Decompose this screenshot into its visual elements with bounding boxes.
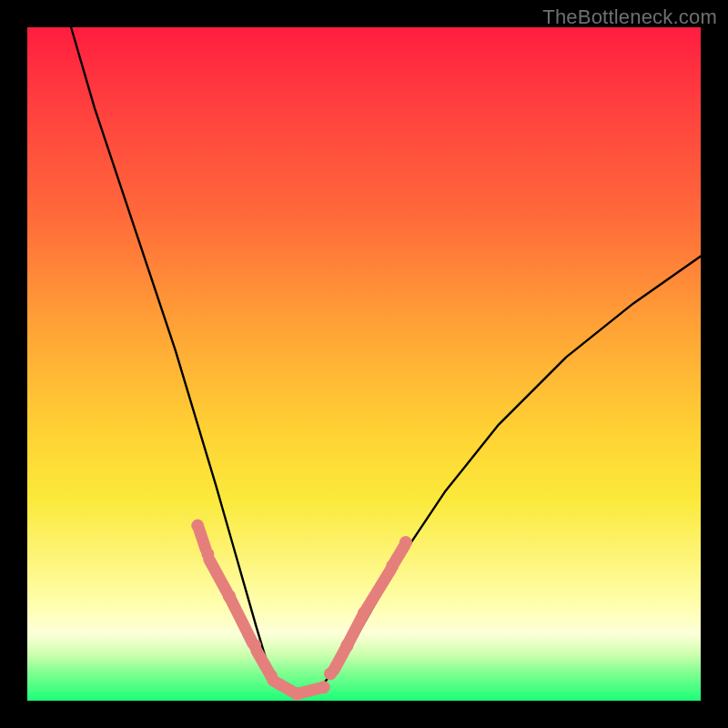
svg-point-21 (399, 536, 412, 549)
chart-svg (27, 27, 701, 701)
svg-point-19 (358, 607, 370, 620)
svg-line-8 (364, 570, 391, 613)
chart-frame: TheBottleneck.com (0, 0, 728, 728)
svg-line-9 (394, 546, 404, 563)
watermark-text: TheBottleneck.com (542, 5, 717, 29)
svg-point-14 (265, 670, 278, 682)
svg-point-18 (341, 639, 354, 652)
svg-point-17 (324, 667, 337, 680)
svg-point-10 (191, 520, 204, 532)
svg-point-15 (290, 688, 303, 701)
svg-point-11 (201, 548, 214, 561)
svg-point-12 (223, 590, 236, 602)
bottleneck-curve (71, 27, 701, 694)
highlight-dots (191, 520, 412, 701)
svg-line-0 (199, 529, 206, 549)
svg-line-3 (257, 651, 270, 674)
plot-area (27, 27, 701, 701)
svg-point-13 (248, 639, 261, 652)
highlight-segments (199, 529, 405, 693)
svg-point-20 (386, 560, 399, 572)
svg-point-16 (318, 681, 330, 693)
